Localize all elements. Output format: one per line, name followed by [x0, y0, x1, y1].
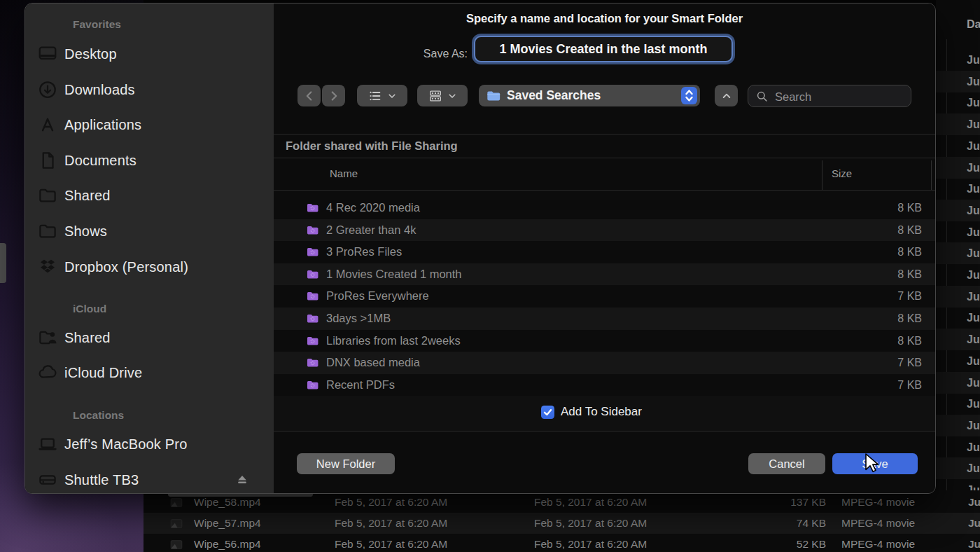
video-thumbnail-icon — [170, 498, 183, 507]
background-date-cell: Ju — [936, 200, 980, 221]
table-row[interactable]: ProRes Everywhere 7 KB — [274, 285, 935, 308]
folder-icon — [37, 185, 58, 206]
file-date-created: Feb 5, 2017 at 6:20 AM — [335, 492, 447, 513]
chevron-down-icon — [447, 91, 457, 101]
file-name: Wipe_57.mp4 — [194, 513, 261, 534]
table-row[interactable]: Recent PDFs 7 KB — [274, 374, 935, 396]
search-input[interactable] — [774, 86, 906, 107]
parent-folder-button[interactable] — [715, 85, 738, 106]
file-name: Wipe_56.mp4 — [194, 534, 261, 552]
sidebar-item-icloud-shared[interactable]: Shared — [34, 325, 265, 350]
sidebar-item-dropbox[interactable]: Dropbox (Personal) — [34, 254, 265, 280]
column-divider[interactable] — [931, 160, 932, 190]
sidebar-item-label: Downloads — [64, 77, 135, 102]
chevron-left-icon — [302, 88, 317, 104]
table-row[interactable]: 4 Rec 2020 media 8 KB — [274, 197, 935, 219]
table-row[interactable]: 3 ProRes Files 8 KB — [274, 241, 935, 263]
add-to-sidebar-label[interactable]: Add To Sidebar — [561, 405, 642, 419]
smart-folder-icon — [305, 201, 320, 214]
background-file-row: Wipe_57.mp4 Feb 5, 2017 at 6:20 AM Feb 5… — [144, 513, 980, 534]
smart-folder-icon — [305, 289, 320, 303]
sidebar-section-favorites: Favorites — [73, 18, 121, 31]
row-size: 8 KB — [897, 308, 922, 330]
applications-icon — [37, 114, 58, 135]
background-date-cell: Ju — [936, 393, 980, 415]
row-name: DNX based media — [326, 352, 420, 374]
search-field[interactable] — [748, 85, 911, 107]
table-row[interactable]: Libraries from last 2weeks 8 KB — [274, 330, 935, 352]
forward-button[interactable] — [322, 85, 345, 106]
new-folder-button[interactable]: New Folder — [297, 453, 395, 474]
sidebar-item-label: iCloud Drive — [64, 360, 142, 385]
column-divider[interactable] — [822, 160, 822, 190]
divider — [274, 158, 935, 158]
downloads-icon — [37, 79, 58, 100]
row-size: 7 KB — [897, 285, 922, 308]
file-name: Wipe_58.mp4 — [194, 492, 261, 513]
background-date-cell: Ju — [936, 49, 980, 71]
sidebar-item-shared[interactable]: Shared — [34, 183, 265, 208]
list-view-icon — [368, 88, 383, 104]
row-size: 7 KB — [897, 374, 922, 396]
file-date-modified: Feb 5, 2017 at 6:20 AM — [534, 513, 647, 534]
finder-sidebar: Favorites Desktop Downloads Applications… — [25, 4, 274, 493]
sidebar-item-icloud-drive[interactable]: iCloud Drive — [34, 360, 265, 385]
background-date-cell: Ju — [936, 71, 980, 92]
sidebar-item-label: Shuttle TB3 — [64, 467, 139, 492]
divider — [274, 431, 935, 432]
shared-folder-banner: Folder shared with File Sharing — [286, 139, 458, 153]
smart-folder-icon — [305, 356, 320, 369]
group-view-button[interactable] — [417, 85, 468, 106]
list-view-button[interactable] — [357, 85, 407, 106]
sidebar-item-label: Desktop — [64, 41, 117, 67]
file-size: 137 KB — [724, 492, 826, 513]
video-thumbnail-icon — [170, 540, 183, 549]
background-window-edge — [0, 243, 6, 283]
table-row[interactable]: 3days >1MB 8 KB — [274, 308, 935, 330]
sidebar-item-label: Shows — [64, 219, 107, 244]
sidebar-item-macbook[interactable]: Jeff’s MacBook Pro — [34, 432, 265, 457]
background-date-cell: Ju — [936, 286, 980, 308]
table-row[interactable]: 2 Greater than 4k 8 KB — [274, 219, 935, 242]
video-thumbnail-icon — [170, 519, 183, 528]
sidebar-item-desktop[interactable]: Desktop — [34, 41, 265, 67]
table-row[interactable]: DNX based media 7 KB — [274, 352, 935, 374]
sidebar-item-shuttle-tb3[interactable]: Shuttle TB3 — [34, 467, 265, 492]
file-kind: MPEG-4 movie — [841, 513, 915, 534]
sidebar-item-label: Documents — [64, 148, 136, 173]
smart-folder-icon — [305, 245, 320, 258]
background-file-row: Wipe_56.mp4 Feb 5, 2017 at 6:20 AM Feb 5… — [144, 534, 980, 552]
folder-icon — [37, 221, 58, 242]
location-dropdown[interactable]: Saved Searches — [479, 85, 700, 106]
sidebar-item-applications[interactable]: Applications — [34, 112, 265, 137]
cancel-button[interactable]: Cancel — [748, 453, 825, 474]
chevron-up-icon — [721, 90, 732, 102]
external-drive-icon — [37, 469, 58, 490]
table-row[interactable]: 1 Movies Created 1 month 8 KB — [274, 263, 935, 286]
background-date-cell: Ju — [936, 157, 980, 179]
background-file-row: Wipe_58.mp4 Feb 5, 2017 at 6:20 AM Feb 5… — [144, 492, 980, 513]
column-header-size[interactable]: Size — [832, 167, 852, 179]
row-name: 3 ProRes Files — [326, 241, 402, 263]
sidebar-item-label: Dropbox (Personal) — [64, 254, 188, 280]
back-button[interactable] — [298, 85, 321, 106]
column-header-name[interactable]: Name — [330, 167, 358, 179]
smart-folder-icon — [305, 223, 320, 237]
background-column-header: Da — [967, 18, 980, 31]
divider — [274, 134, 935, 134]
file-date-modified: Feb 5, 2017 at 6:20 AM — [534, 492, 647, 513]
save-as-input[interactable] — [474, 36, 733, 62]
file-size: 74 KB — [724, 513, 826, 534]
save-as-label: Save As: — [274, 48, 468, 60]
add-to-sidebar-checkbox[interactable] — [541, 406, 554, 419]
eject-icon[interactable] — [235, 473, 249, 487]
background-file-list: Wipe_58.mp4 Feb 5, 2017 at 6:20 AM Feb 5… — [144, 490, 980, 552]
file-date-created: Feb 5, 2017 at 6:20 AM — [335, 513, 447, 534]
desktop-icon — [37, 43, 58, 64]
sidebar-item-downloads[interactable]: Downloads — [34, 77, 265, 102]
background-date-cell: Ju — [936, 436, 980, 458]
sidebar-item-shows[interactable]: Shows — [34, 219, 265, 244]
cloud-icon — [37, 362, 58, 383]
sidebar-item-documents[interactable]: Documents — [34, 148, 265, 173]
save-smart-folder-dialog: Favorites Desktop Downloads Applications… — [24, 3, 936, 494]
